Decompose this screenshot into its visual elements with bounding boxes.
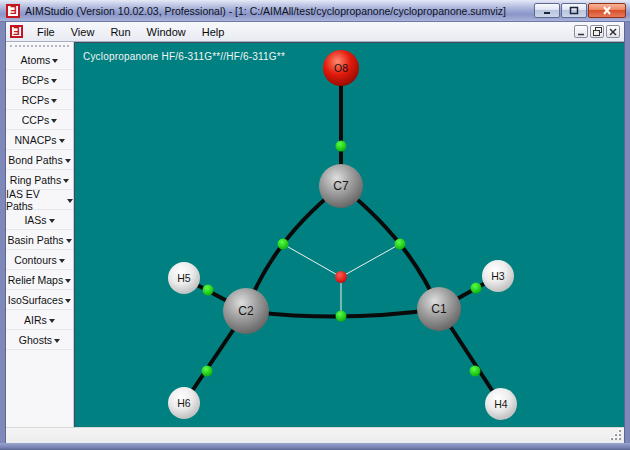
chevron-down-icon <box>65 299 71 303</box>
window-frame-right <box>624 22 630 443</box>
minimize-button[interactable] <box>534 3 560 18</box>
chevron-down-icon <box>66 239 72 243</box>
atom-label-C2: C2 <box>238 304 254 318</box>
sidebar-item-relief-maps[interactable]: Relief Maps <box>6 270 73 290</box>
molecule-viewport[interactable]: O8C7C2C1H5H3H6H4 Cyclopropanone HF/6-311… <box>74 42 624 427</box>
sidebar-item-ghosts[interactable]: Ghosts <box>6 330 73 350</box>
bond-path-C7-C1 <box>341 186 439 309</box>
chevron-down-icon <box>51 79 57 83</box>
atom-label-O8: O8 <box>334 62 348 74</box>
bond-critical-point-4[interactable] <box>203 285 214 296</box>
ring-path-line-1 <box>341 244 400 277</box>
chevron-down-icon <box>52 59 58 63</box>
bond-critical-point-7[interactable] <box>470 366 481 377</box>
mdi-window-icon[interactable]: E <box>10 25 23 38</box>
chevron-down-icon <box>51 119 57 123</box>
maximize-icon <box>569 6 579 15</box>
bond-critical-point-5[interactable] <box>471 283 482 294</box>
mdi-close-button[interactable] <box>606 25 620 38</box>
sidebar-toolbar: Atoms BCPs RCPs CCPs NNACPs Bond Paths R… <box>6 42 74 427</box>
restore-icon <box>593 27 602 36</box>
close-button[interactable] <box>588 3 626 18</box>
bond-critical-point-0[interactable] <box>336 141 347 152</box>
bond-critical-point-1[interactable] <box>278 239 289 250</box>
sidebar-item-bond-paths[interactable]: Bond Paths <box>6 150 73 170</box>
menu-file[interactable]: File <box>29 24 63 40</box>
statusbar <box>6 427 624 443</box>
atom-label-C7: C7 <box>333 179 349 193</box>
mdi-restore-button[interactable] <box>590 25 604 38</box>
bond-critical-point-3[interactable] <box>336 311 347 322</box>
sidebar-item-contours[interactable]: Contours <box>6 250 73 270</box>
sidebar-item-ccps[interactable]: CCPs <box>6 110 73 130</box>
menu-view[interactable]: View <box>63 24 103 40</box>
window-frame-bottom <box>0 443 630 450</box>
menubar: E File View Run Window Help <box>6 22 624 42</box>
chevron-down-icon <box>49 219 55 223</box>
minimize-icon <box>577 28 585 36</box>
sidebar-item-rcps[interactable]: RCPs <box>6 90 73 110</box>
window-title: AIMStudio (Version 10.02.03, Professiona… <box>25 5 534 17</box>
sidebar-item-airs[interactable]: AIRs <box>6 310 73 330</box>
window-controls <box>534 3 626 18</box>
resize-grip-icon[interactable] <box>610 429 622 441</box>
menu-window[interactable]: Window <box>139 24 194 40</box>
menu-help[interactable]: Help <box>194 24 233 40</box>
molecule-title: Cyclopropanone HF/6-311G**//HF/6-311G** <box>83 51 285 62</box>
maximize-button[interactable] <box>561 3 587 18</box>
chevron-down-icon <box>59 139 65 143</box>
chevron-down-icon <box>67 199 73 203</box>
bond-path-C7-C2 <box>246 186 341 311</box>
mdi-minimize-button[interactable] <box>574 25 588 38</box>
atom-label-H3: H3 <box>491 270 505 282</box>
sidebar-item-basin-paths[interactable]: Basin Paths <box>6 230 73 250</box>
chevron-down-icon <box>51 99 57 103</box>
chevron-down-icon <box>65 279 71 283</box>
sidebar-item-isosurfaces[interactable]: IsoSurfaces <box>6 290 73 310</box>
close-icon <box>609 28 617 36</box>
chevron-down-icon <box>59 259 65 263</box>
atom-label-H4: H4 <box>494 398 508 410</box>
sidebar-item-iass[interactable]: IASs <box>6 210 73 230</box>
aimstudio-logo-icon: E <box>6 4 20 18</box>
sidebar-item-ias-ev-paths[interactable]: IAS EV Paths <box>6 190 73 210</box>
menu-run[interactable]: Run <box>102 24 138 40</box>
atom-label-H5: H5 <box>177 272 191 284</box>
close-icon <box>602 6 612 15</box>
window-frame-left <box>0 22 6 443</box>
bond-critical-point-6[interactable] <box>202 366 213 377</box>
molecule-svg: O8C7C2C1H5H3H6H4 <box>75 43 625 428</box>
bond-critical-point-2[interactable] <box>395 239 406 250</box>
mdi-window-controls <box>574 25 622 38</box>
chevron-down-icon <box>49 319 55 323</box>
sidebar-item-atoms[interactable]: Atoms <box>6 50 73 70</box>
ring-path-line-0 <box>283 244 341 277</box>
chevron-down-icon <box>54 339 60 343</box>
titlebar[interactable]: E AIMStudio (Version 10.02.03, Professio… <box>0 0 630 22</box>
chevron-down-icon <box>63 179 69 183</box>
minimize-icon <box>542 6 552 15</box>
ring-critical-point[interactable] <box>335 271 347 283</box>
chevron-down-icon <box>65 159 71 163</box>
toolbar-gripper-icon[interactable] <box>10 45 69 48</box>
atom-label-C1: C1 <box>431 302 447 316</box>
sidebar-item-nnacps[interactable]: NNACPs <box>6 130 73 150</box>
sidebar-item-bcps[interactable]: BCPs <box>6 70 73 90</box>
aimstudio-window: E AIMStudio (Version 10.02.03, Professio… <box>0 0 630 450</box>
atom-label-H6: H6 <box>177 397 191 409</box>
